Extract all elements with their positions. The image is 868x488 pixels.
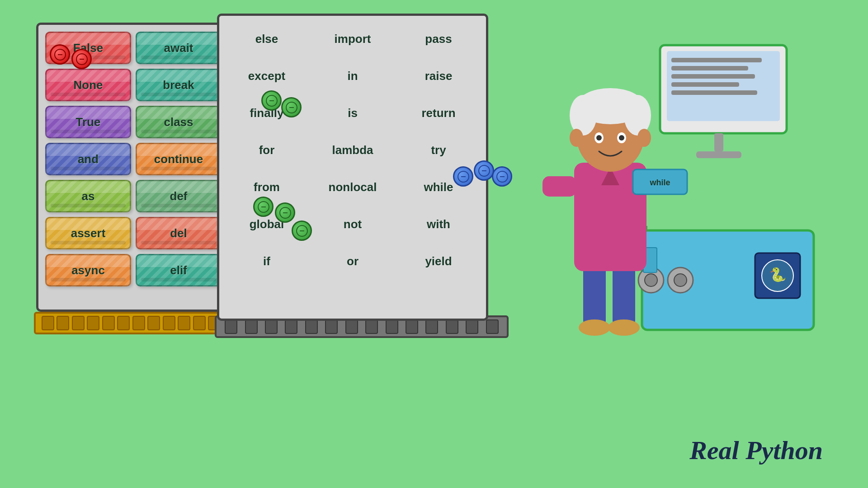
- conveyor-belt-left: [34, 312, 228, 334]
- decorative-coin-8: [453, 166, 473, 187]
- svg-text:🐍: 🐍: [769, 267, 787, 283]
- decorative-coin-2: [71, 49, 92, 69]
- belt-mark: [72, 316, 85, 330]
- keyword-true: True: [45, 106, 131, 138]
- keyword-await: await: [136, 32, 222, 64]
- belt-mark: [178, 316, 190, 330]
- belt-mark: [466, 319, 478, 334]
- decorative-coin-10: [492, 166, 512, 187]
- keyword-none: None: [45, 69, 131, 101]
- real-python-logo: Real Python: [689, 435, 823, 465]
- keyword-and: and: [45, 143, 131, 175]
- svg-point-21: [579, 319, 610, 336]
- svg-text:while: while: [649, 178, 670, 187]
- svg-rect-4: [671, 74, 755, 79]
- keyword-continue: continue: [136, 143, 222, 175]
- belt-mark: [132, 316, 145, 330]
- keyword-del: del: [136, 217, 222, 249]
- belt-mark: [265, 319, 278, 334]
- left-keyword-grid: False await None break True class and co…: [40, 26, 227, 292]
- decorative-coin-9: [474, 160, 494, 181]
- belt-mark: [305, 319, 318, 334]
- decorative-coin-1: [50, 44, 70, 65]
- belt-mark: [285, 319, 297, 334]
- main-scene: False await None break True class and co…: [0, 0, 868, 488]
- belt-mark: [87, 316, 99, 330]
- svg-point-14: [645, 274, 657, 286]
- belt-mark: [425, 319, 438, 334]
- svg-point-22: [608, 319, 640, 336]
- decorative-coin-6: [275, 202, 295, 223]
- svg-point-31: [570, 95, 597, 136]
- belt-mark: [386, 319, 398, 334]
- keyword-as: as: [45, 180, 131, 212]
- svg-point-37: [570, 129, 583, 147]
- svg-rect-6: [671, 90, 757, 95]
- keyword-elif: elif: [136, 254, 222, 286]
- belt-mark: [57, 316, 69, 330]
- keyword-class: class: [136, 106, 222, 138]
- illustration-svg: 🐍 while: [515, 36, 832, 375]
- right-cabinet: [217, 14, 488, 321]
- belt-mark: [446, 319, 458, 334]
- belt-mark: [147, 316, 160, 330]
- keyword-assert: assert: [45, 217, 131, 249]
- svg-point-16: [674, 274, 687, 286]
- svg-rect-8: [696, 151, 741, 158]
- svg-point-38: [637, 129, 651, 147]
- svg-rect-2: [671, 58, 762, 62]
- svg-rect-25: [542, 176, 576, 197]
- belt-mark: [163, 316, 175, 330]
- decorative-coin-5: [253, 197, 274, 217]
- keyword-async: async: [45, 254, 131, 286]
- svg-rect-3: [671, 66, 748, 70]
- svg-point-32: [624, 95, 651, 136]
- svg-rect-7: [714, 133, 723, 151]
- svg-point-36: [619, 135, 624, 141]
- belt-mark: [406, 319, 418, 334]
- svg-point-35: [596, 135, 602, 141]
- decorative-coin-3: [261, 90, 282, 111]
- decorative-coin-7: [292, 221, 312, 241]
- belt-mark: [42, 316, 54, 330]
- belt-mark: [245, 319, 258, 334]
- svg-rect-19: [583, 267, 606, 325]
- belt-mark: [365, 319, 378, 334]
- belt-mark: [117, 316, 130, 330]
- belt-mark: [193, 316, 206, 330]
- keyword-break: break: [136, 69, 222, 101]
- belt-mark: [345, 319, 358, 334]
- belt-mark: [486, 319, 499, 334]
- svg-rect-5: [671, 82, 739, 87]
- keyword-def: def: [136, 180, 222, 212]
- belt-mark: [225, 319, 237, 334]
- decorative-coin-4: [281, 97, 302, 117]
- belt-mark: [325, 319, 338, 334]
- svg-rect-20: [613, 267, 635, 325]
- belt-mark: [102, 316, 115, 330]
